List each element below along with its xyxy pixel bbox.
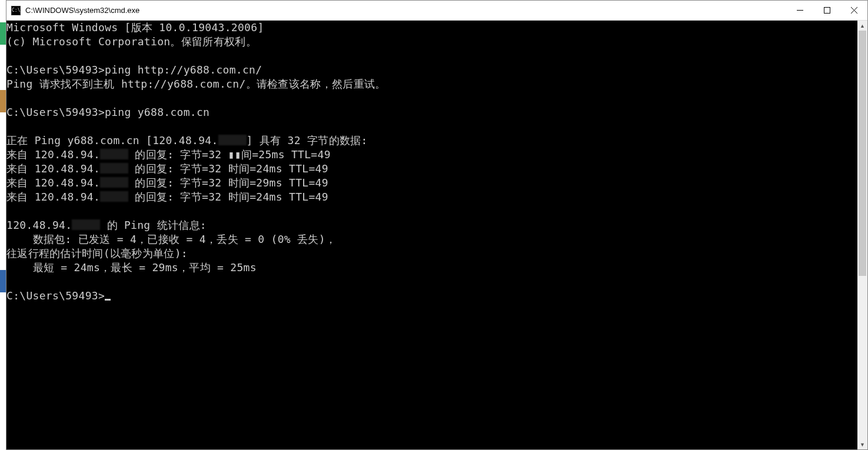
scroll-track[interactable] [857,31,867,439]
terminal-line [6,49,857,63]
titlebar[interactable]: C:\ C:\WINDOWS\system32\cmd.exe [6,1,867,21]
redacted-ip-segment [100,149,128,159]
terminal-line: 来自 120.48.94. 的回复: 字节=32 ▮▮间=25ms TTL=49 [6,148,857,162]
redacted-ip-segment [72,219,100,230]
terminal-line [6,119,857,134]
terminal-line: C:\Users\59493>ping y688.com.cn [6,105,857,119]
redacted-ip-segment [100,191,128,202]
window-title: C:\WINDOWS\system32\cmd.exe [25,6,786,15]
scroll-up-button[interactable]: ▲ [857,21,867,31]
terminal-line [6,275,857,289]
maximize-button[interactable] [813,1,840,20]
terminal-line: 来自 120.48.94. 的回复: 字节=32 时间=29ms TTL=49 [6,176,857,190]
terminal-output[interactable]: Microsoft Windows [版本 10.0.19043.2006](c… [6,21,857,449]
scroll-thumb[interactable] [859,31,866,276]
vertical-scrollbar[interactable]: ▲ ▼ [857,21,867,449]
terminal-line: C:\Users\59493>ping http://y688.com.cn/ [6,63,857,77]
terminal-line: C:\Users\59493> [6,289,857,303]
terminal-cursor [105,299,111,301]
cmd-icon: C:\ [11,6,21,15]
terminal-line: 来自 120.48.94. 的回复: 字节=32 时间=24ms TTL=49 [6,162,857,176]
terminal-area: Microsoft Windows [版本 10.0.19043.2006](c… [6,21,867,449]
terminal-line: Microsoft Windows [版本 10.0.19043.2006] [6,21,857,35]
terminal-line: (c) Microsoft Corporation。保留所有权利。 [6,35,857,49]
terminal-line: 来自 120.48.94. 的回复: 字节=32 时间=24ms TTL=49 [6,190,857,204]
terminal-line: 120.48.94. 的 Ping 统计信息: [6,218,857,232]
terminal-line: 往返行程的估计时间(以毫秒为单位): [6,246,857,261]
redacted-ip-segment [100,163,128,174]
terminal-line: 数据包: 已发送 = 4，已接收 = 4，丢失 = 0 (0% 丢失)， [6,232,857,246]
terminal-line: Ping 请求找不到主机 http://y688.com.cn/。请检查该名称，… [6,77,857,91]
svg-rect-1 [824,8,830,14]
terminal-line [6,204,857,218]
cmd-window: C:\ C:\WINDOWS\system32\cmd.exe Microsof… [6,0,868,450]
desktop-background-strip [0,0,6,450]
terminal-line [6,91,857,105]
minimize-button[interactable] [786,1,813,20]
terminal-line: 正在 Ping y688.com.cn [120.48.94.] 具有 32 字… [6,134,857,148]
redacted-ip-segment [100,177,128,188]
scroll-down-button[interactable]: ▼ [857,439,867,449]
close-button[interactable] [840,1,867,20]
redacted-ip-segment [218,135,247,145]
terminal-line: 最短 = 24ms，最长 = 29ms，平均 = 25ms [6,261,857,275]
